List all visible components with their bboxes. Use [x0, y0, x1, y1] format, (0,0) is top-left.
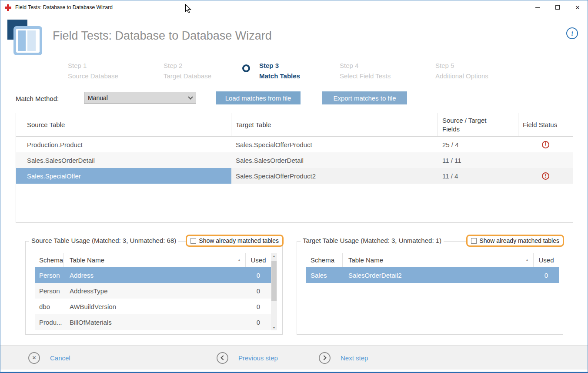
schema-cell: dbo — [35, 299, 64, 314]
step-4-select-field-tests[interactable]: Step 4 Select Field Tests — [340, 60, 391, 81]
app-icon — [5, 4, 11, 11]
source-usage-title: Source Table Usage (Matched: 3, Unmatche… — [29, 237, 178, 244]
target-table-cell[interactable]: Sales.SalesOrderDetail — [231, 152, 438, 168]
step-number: Step 1 — [68, 60, 118, 71]
page-title: Field Tests: Database to Database Wizard — [53, 29, 272, 43]
window-title: Field Tests: Database to Database Wizard — [15, 4, 113, 10]
used-cell: 0 — [534, 267, 559, 283]
source-table-cell[interactable]: Sales.SalesOrderDetail — [16, 152, 231, 168]
cancel-circle-icon: ✕ — [28, 352, 40, 364]
step-1-source-database[interactable]: Step 1 Source Database — [68, 60, 118, 81]
checkbox-label: Show already matched tables — [199, 237, 279, 244]
active-step-circle-icon — [242, 64, 250, 72]
field-status-cell: ! — [518, 137, 573, 152]
list-item[interactable]: Produ... BillOfMaterials 0 — [35, 314, 271, 330]
scroll-down-icon[interactable]: ▼ — [271, 324, 277, 330]
source-show-matched-checkbox-group[interactable]: Show already matched tables — [186, 235, 284, 247]
source-usage-groupbox: Source Table Usage (Matched: 3, Unmatche… — [25, 241, 283, 335]
column-header-used[interactable]: Used — [246, 253, 271, 267]
previous-step-button[interactable]: Previous step — [217, 346, 278, 370]
cancel-button[interactable]: ✕ Cancel — [28, 346, 70, 370]
source-usage-table-wrap: Schema Table Name ▲ Used Person Address … — [35, 253, 277, 330]
scrollbar-thumb[interactable] — [271, 261, 277, 301]
list-item-selected[interactable]: Person Address 0 — [35, 267, 271, 283]
field-status-cell — [518, 152, 573, 168]
column-header-source-table[interactable]: Source Table — [16, 113, 231, 136]
table-row-selected[interactable]: Sales.SpecialOffer Sales.SpecialOfferPro… — [16, 168, 573, 184]
table-name-cell: AddressType — [64, 283, 246, 299]
source-table-cell-selected[interactable]: Sales.SpecialOffer — [16, 168, 231, 184]
column-header-target-table[interactable]: Target Table — [231, 113, 438, 136]
usage-table-header: Schema Table Name ▲ Used — [35, 253, 271, 267]
fields-count-cell: 11 / 11 — [438, 152, 518, 168]
column-header-table-name[interactable]: Table Name ▲ — [64, 253, 246, 267]
error-status-icon: ! — [542, 172, 549, 180]
table-row[interactable]: Production.Product Sales.SpecialOfferPro… — [16, 137, 573, 152]
target-usage-groupbox: Target Table Usage (Matched: 3, Unmatche… — [297, 241, 563, 335]
column-header-field-status[interactable]: Field Status — [518, 113, 573, 136]
schema-cell: Person — [35, 283, 64, 299]
close-button[interactable]: ✕ — [568, 0, 588, 14]
match-method-label: Match Method: — [16, 95, 59, 102]
match-method-value: Manual — [88, 94, 108, 101]
logo-table-icon — [16, 29, 40, 53]
column-header-schema[interactable]: Schema — [35, 253, 64, 267]
step-label: Source Database — [68, 71, 118, 81]
chevron-right-icon — [321, 355, 326, 360]
previous-step-label[interactable]: Previous step — [238, 354, 278, 362]
column-header-schema[interactable]: Schema — [306, 253, 343, 267]
load-matches-button[interactable]: Load matches from file — [216, 91, 301, 104]
minimize-button[interactable] — [528, 0, 548, 14]
info-icon[interactable]: i — [566, 27, 578, 39]
column-header-used[interactable]: Used — [534, 253, 559, 267]
sort-ascending-icon[interactable]: ▲ — [525, 258, 529, 262]
list-item-selected[interactable]: Sales SalesOrderDetail2 0 — [306, 267, 559, 283]
app-window: Field Tests: Database to Database Wizard… — [0, 0, 588, 373]
close-icon: ✕ — [575, 4, 580, 11]
match-method-dropdown[interactable]: Manual — [84, 92, 196, 104]
column-header-source-target-fields[interactable]: Source / Target Fields — [438, 113, 518, 136]
target-show-matched-checkbox-group[interactable]: Show already matched tables — [466, 235, 564, 247]
column-header-table-name[interactable]: Table Name ▲ — [343, 253, 534, 267]
sort-ascending-icon[interactable]: ▲ — [237, 258, 241, 262]
fields-count-cell: 11 / 4 — [438, 168, 518, 184]
list-item[interactable]: dbo AWBuildVersion 0 — [35, 299, 271, 314]
source-usage-table: Schema Table Name ▲ Used Person Address … — [35, 253, 271, 330]
error-status-icon: ! — [542, 141, 549, 148]
fields-count-cell: 25 / 4 — [438, 137, 518, 152]
step-2-target-database[interactable]: Step 2 Target Database — [164, 60, 211, 81]
table-row[interactable]: Sales.SalesOrderDetail Sales.SalesOrderD… — [16, 152, 573, 168]
target-table-cell[interactable]: Sales.SpecialOfferProduct — [231, 137, 438, 152]
scrollbar-track[interactable] — [271, 259, 277, 324]
step-number: Step 2 — [164, 60, 211, 71]
list-item[interactable]: Person AddressType 0 — [35, 283, 271, 299]
step-number: Step 3 — [259, 60, 300, 71]
chevron-down-icon — [188, 94, 193, 99]
target-usage-table: Schema Table Name ▲ Used Sales SalesOrde… — [306, 253, 559, 283]
chevron-left-icon — [220, 355, 225, 360]
source-table-cell[interactable]: Production.Product — [16, 137, 231, 152]
step-5-additional-options[interactable]: Step 5 Additional Options — [435, 60, 488, 81]
used-cell: 0 — [246, 283, 271, 299]
cancel-label[interactable]: Cancel — [50, 354, 70, 362]
step-3-match-tables[interactable]: Step 3 Match Tables — [259, 60, 300, 81]
export-matches-button[interactable]: Export matches to file — [322, 91, 407, 104]
table-name-cell: SalesOrderDetail2 — [343, 267, 534, 283]
target-table-cell[interactable]: Sales.SpecialOfferProduct2 — [231, 168, 438, 184]
checkbox-label: Show already matched tables — [479, 237, 559, 244]
mouse-cursor — [185, 4, 191, 16]
vertical-scrollbar[interactable]: ▲ ▼ — [271, 253, 277, 330]
step-label: Target Database — [164, 71, 211, 81]
wizard-footer: ✕ Cancel Previous step Next step — [0, 345, 588, 370]
maximize-button[interactable] — [548, 0, 568, 14]
app-logo — [7, 20, 42, 55]
checkbox[interactable] — [471, 238, 477, 244]
table-name-cell: Address — [64, 267, 246, 283]
checkbox[interactable] — [190, 238, 196, 244]
schema-cell: Produ... — [35, 314, 64, 330]
next-step-button[interactable]: Next step — [319, 346, 368, 370]
scroll-up-icon[interactable]: ▲ — [271, 253, 277, 259]
next-step-label[interactable]: Next step — [341, 354, 368, 362]
window-controls: ✕ — [528, 0, 588, 14]
schema-cell: Sales — [306, 267, 343, 283]
